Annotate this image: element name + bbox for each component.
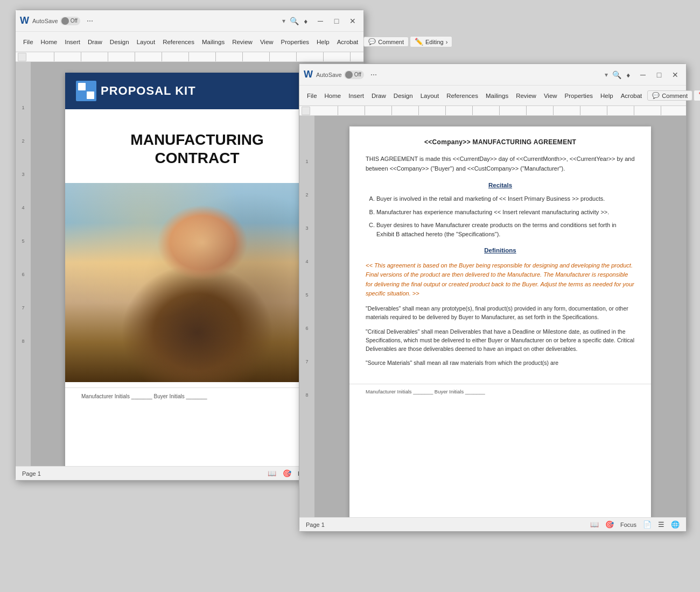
- ruler-1: [16, 52, 363, 62]
- read-mode-icon-2[interactable]: 📖: [590, 520, 599, 528]
- editing-button-1[interactable]: ✏️ Editing ›: [410, 36, 452, 47]
- tab-mailings-2[interactable]: Mailings: [482, 91, 512, 101]
- minimize-button-1[interactable]: ─: [314, 15, 327, 27]
- ruler-body-1: [27, 52, 361, 61]
- footer-text-2: Manufacturer Initials _______ Buyer Init…: [366, 389, 485, 394]
- tab-help-2[interactable]: Help: [597, 91, 617, 101]
- tab-references-1[interactable]: References: [159, 37, 198, 47]
- proposal-kit-logo: PROPOSAL KIT: [76, 81, 196, 101]
- focus-icon-2[interactable]: 🎯: [605, 520, 614, 528]
- tab-file-1[interactable]: File: [20, 37, 37, 47]
- agreement-intro: THIS AGREEMENT is made this <<CurrentDay…: [366, 154, 635, 173]
- tab-properties-1[interactable]: Properties: [278, 37, 312, 47]
- comment-button-2[interactable]: 💬 Comment: [647, 90, 692, 101]
- tab-acrobat-2[interactable]: Acrobat: [618, 91, 646, 101]
- comment-button-1[interactable]: 💬 Comment: [363, 37, 409, 47]
- title-actions-1: ⬧ ─ □ ✕: [303, 15, 359, 27]
- print-layout-icon-2[interactable]: 📄: [643, 520, 652, 528]
- down-arrow-1[interactable]: ▾: [282, 17, 285, 25]
- definition-critical-deliverables: "Critical Deliverables" shall mean Deliv…: [366, 327, 635, 354]
- recital-item-b: Manufacturer has experience manufacturin…: [376, 208, 635, 217]
- search-icon-1[interactable]: 🔍: [290, 17, 299, 25]
- ribbon-2: File Home Insert Draw Design Layout Refe…: [299, 86, 686, 106]
- ruler-corner-1: [18, 53, 26, 61]
- down-arrow-2[interactable]: ▾: [605, 71, 608, 79]
- title-line2: CONTRACT: [81, 149, 313, 167]
- page-1: PROPOSAL KIT MANUFACTURING CONTRACT: [65, 73, 329, 466]
- toggle-knob-1: [61, 17, 69, 25]
- editing-button-2[interactable]: ✏️ Editing ›: [694, 90, 700, 101]
- comment-icon-1: 💬: [368, 38, 376, 45]
- read-mode-icon-1[interactable]: 📖: [268, 469, 276, 477]
- tab-draw-1[interactable]: Draw: [85, 37, 106, 47]
- doc-area-2: 1 2 3 4 5 6 7 8 <<Company>> MANUFACTURIN…: [299, 116, 686, 517]
- title-bar-1: W AutoSave Off ⋯ ▾ 🔍 ⬧ ─ □ ✕: [16, 10, 363, 32]
- page-number-2: Page 1: [306, 521, 325, 528]
- tab-home-2[interactable]: Home: [321, 91, 345, 101]
- toggle-text-1: Off: [69, 18, 79, 24]
- recitals-list: Buyer is involved in the retail and mark…: [376, 194, 635, 238]
- tab-help-1[interactable]: Help: [313, 37, 333, 47]
- maximize-button-1[interactable]: □: [330, 15, 343, 27]
- outline-icon-2[interactable]: ☰: [658, 520, 664, 528]
- tab-references-2[interactable]: References: [443, 91, 481, 101]
- tab-properties-2[interactable]: Properties: [562, 91, 596, 101]
- tab-insert-1[interactable]: Insert: [61, 37, 83, 47]
- close-button-1[interactable]: ✕: [346, 15, 359, 27]
- comment-icon-2: 💬: [652, 92, 660, 99]
- page-footer-1: Manufacturer Initials _______ Buyer Init…: [65, 387, 329, 405]
- diamond-icon-2[interactable]: ⬧: [626, 70, 631, 80]
- tab-acrobat-1[interactable]: Acrobat: [334, 37, 362, 47]
- diamond-icon-1[interactable]: ⬧: [303, 16, 309, 26]
- minimize-button-2[interactable]: ─: [636, 68, 649, 81]
- ruler-2: [299, 106, 686, 116]
- close-button-2[interactable]: ✕: [669, 68, 682, 81]
- definition-source-materials: "Source Materials" shall mean all raw ma…: [366, 358, 635, 367]
- tab-design-1[interactable]: Design: [107, 37, 132, 47]
- tab-view-2[interactable]: View: [541, 91, 561, 101]
- margin-numbers-1: 1 2 3 4 5 6 7 8: [16, 62, 31, 466]
- tab-home-1[interactable]: Home: [38, 37, 61, 47]
- tab-layout-1[interactable]: Layout: [134, 37, 159, 47]
- tab-review-2[interactable]: Review: [513, 91, 540, 101]
- word-icon-1: W: [20, 15, 29, 26]
- tab-insert-2[interactable]: Insert: [345, 91, 367, 101]
- tab-view-1[interactable]: View: [257, 37, 277, 47]
- footer-text-1: Manufacturer Initials _______ Buyer Init…: [81, 393, 207, 399]
- pk-icon: [76, 81, 96, 101]
- editing-chevron-1: ›: [446, 39, 448, 45]
- maximize-button-2[interactable]: □: [653, 68, 666, 81]
- tab-layout-2[interactable]: Layout: [417, 91, 443, 101]
- tab-review-1[interactable]: Review: [229, 37, 256, 47]
- comment-label-1: Comment: [378, 39, 404, 45]
- more-button-2[interactable]: ⋯: [368, 71, 379, 79]
- page-2: <<Company>> MANUFACTURING AGREEMENT THIS…: [349, 126, 651, 517]
- word-icon-2: W: [304, 69, 313, 80]
- search-icon-2[interactable]: 🔍: [612, 71, 621, 79]
- orange-note: << This agreement is based on the Buyer …: [366, 261, 635, 299]
- definition-deliverables: "Deliverables" shall mean any prototype(…: [366, 304, 635, 322]
- recital-item-c: Buyer desires to have Manufacturer creat…: [376, 221, 635, 238]
- page-image: [65, 183, 329, 382]
- web-layout-icon-2[interactable]: 🌐: [671, 520, 680, 528]
- focus-icon-1[interactable]: 🎯: [283, 469, 291, 477]
- person-illustration: [65, 183, 329, 382]
- tab-mailings-1[interactable]: Mailings: [199, 37, 228, 47]
- autosave-toggle-2[interactable]: Off: [344, 71, 364, 79]
- doc-scroll-2[interactable]: <<Company>> MANUFACTURING AGREEMENT THIS…: [314, 116, 686, 517]
- more-button-1[interactable]: ⋯: [85, 17, 95, 25]
- tab-draw-2[interactable]: Draw: [368, 91, 389, 101]
- autosave-label-2: AutoSave: [316, 72, 342, 78]
- definitions-heading: Definitions: [366, 246, 635, 255]
- margin-numbers-2: 1 2 3 4 5 6 7 8: [299, 116, 314, 517]
- comment-label-2: Comment: [662, 93, 688, 99]
- toggle-knob-2: [345, 71, 353, 79]
- autosave-toggle-1[interactable]: Off: [60, 17, 80, 25]
- focus-label-2[interactable]: Focus: [620, 521, 636, 528]
- manufacturing-title: MANUFACTURING CONTRACT: [81, 131, 313, 167]
- status-bar-2: Page 1 📖 🎯 Focus 📄 ☰ 🌐: [299, 517, 686, 531]
- tab-design-2[interactable]: Design: [390, 91, 416, 101]
- recital-item-a: Buyer is involved in the retail and mark…: [376, 194, 635, 203]
- page-header-banner: PROPOSAL KIT: [65, 73, 329, 109]
- tab-file-2[interactable]: File: [304, 91, 320, 101]
